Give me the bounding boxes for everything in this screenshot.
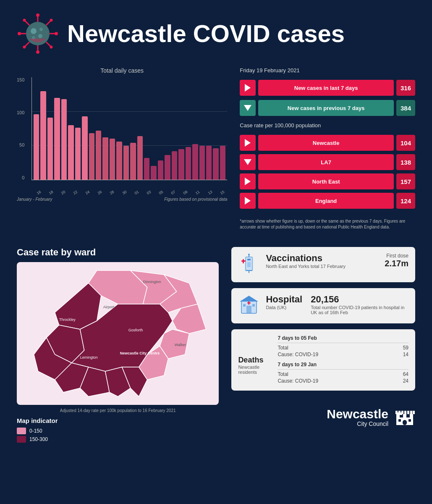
svg-point-15 [23,46,26,49]
svg-text:Dinnington: Dinnington [143,280,161,284]
bar-6 [75,128,81,180]
virus-icon [17,13,59,55]
svg-rect-96 [408,419,411,422]
logo-name: Newcastle [327,408,388,420]
period1-covid-row: Cause: COVID-19 14 [278,352,408,357]
bar-16 [144,158,149,180]
newcastle-logo: Newcastle City Council [231,405,415,430]
vaccinations-title: Vaccinations [266,253,379,264]
new-cases-arrow [240,80,256,96]
y-label-0: 0 [22,175,24,180]
vaccinations-content: Vaccinations North East and Yorks total … [266,253,379,269]
svg-line-8 [46,42,50,46]
bar-12 [116,142,122,180]
svg-rect-95 [398,419,401,422]
svg-point-11 [18,32,21,35]
y-label-150: 150 [17,77,24,82]
x-label-2: 20 [60,189,66,195]
bar-9 [96,131,101,180]
map-legend-title: Map indicator [17,417,219,424]
bar-19 [165,155,170,180]
svg-point-9 [36,13,39,17]
chart-section: Total daily cases 150 100 50 0 161820222… [17,67,227,230]
x-label-6: 28 [109,189,115,195]
period2-total-label: Total [278,371,288,377]
arrow-down-icon [244,105,251,111]
x-label-8: 01 [134,189,139,195]
map-footnote: Adjusted 14-day rate per 100k population… [17,408,219,413]
dose-label: First dose [385,253,408,259]
x-label-4: 24 [85,189,91,195]
period2-total: 64 [403,371,408,377]
svg-line-7 [25,42,29,46]
bar-24 [199,146,205,180]
castle-icon [394,405,415,430]
chart-y-labels: 150 100 50 0 [17,77,26,180]
bar-14 [130,143,136,180]
case-rate-arrow-3 [240,193,256,209]
page-header: Newcastle COVID cases [0,0,432,63]
svg-point-14 [50,19,53,22]
hospital-value: 20,156 [311,294,408,305]
period2-label: 7 days to 29 Jan [278,362,408,370]
svg-rect-92 [410,411,412,414]
page-title: Newcastle COVID cases [67,20,345,47]
bar-18 [158,160,163,180]
bar-25 [206,146,212,180]
x-axis-note: January - February [17,197,52,202]
deaths-card: Deaths Newcastle residents 7 days to 05 … [231,329,415,391]
hospital-card: Hospital Data (UK) 20,156 Total number C… [231,288,415,323]
period1-label: 7 days to 05 Feb [278,335,408,343]
svg-line-6 [46,21,50,25]
vaccinations-card: Vaccinations North East and Yorks total … [231,247,415,282]
chart-stats-row: Total daily cases 150 100 50 0 161820222… [17,67,415,230]
case-rate-arrow-0 [240,135,256,151]
period2-covid-label: Cause: COVID-19 [278,378,318,384]
svg-marker-54 [240,296,258,302]
bar-17 [151,166,156,180]
prev-cases-value: 384 [396,100,415,116]
svg-text:Throckley: Throckley [59,318,76,322]
svg-rect-83 [403,414,406,419]
bar-4 [61,99,67,180]
hospital-subtitle: Data (UK) [266,305,302,310]
case-rate-value-2: 157 [396,173,415,189]
svg-rect-87 [395,411,398,414]
deaths-right: 7 days to 05 Feb Total 59 Cause: COVID-1… [278,335,408,385]
vaccinations-subtitle: North East and Yorks total 17 February [266,264,379,269]
deaths-subtitle: Newcastle residents [238,365,272,375]
map-frame: Dinnington Airport Gosforth Throckley Le… [17,262,219,405]
bar-20 [172,151,177,180]
x-label-12: 09 [183,189,189,195]
map-title: Case rate by ward [17,247,219,258]
bars-wrapper [34,77,225,180]
case-rate-label-1: LA7 [258,154,394,170]
logo-text: Newcastle City Council [327,408,388,427]
hospital-icon [238,294,260,318]
map-section: Case rate by ward [17,247,219,443]
svg-rect-91 [407,411,409,414]
case-rate-label-2: North East [258,173,394,189]
legend-range-1: 150-300 [29,436,48,442]
case-rate-items: Newcastle104LA7138North East157England12… [240,135,415,212]
svg-rect-46 [247,262,251,267]
case-rate-arrow-1 [240,154,256,170]
period2-covid: 24 [403,378,408,384]
svg-point-48 [248,254,250,255]
bar-22 [186,147,191,180]
legend-range-0: 0-150 [29,428,42,434]
new-cases-label: New cases in last 7 days [258,80,394,96]
bar-3 [54,98,60,180]
svg-text:Walker: Walker [175,343,186,347]
period2-total-row: Total 64 [278,371,408,377]
hospital-desc: Total number COVID-19 patients in hospit… [311,305,408,315]
vaccine-icon [238,253,260,276]
svg-rect-55 [246,306,251,313]
hospital-stat-wrap: 20,156 Total number COVID-19 patients in… [311,294,408,315]
case-rate-value-0: 104 [396,135,415,151]
svg-point-19 [39,28,43,31]
x-label-3: 22 [73,189,79,195]
period1-covid-label: Cause: COVID-19 [278,352,318,357]
case-rate-row-0: Newcastle104 [240,135,415,151]
bar-10 [102,137,108,180]
